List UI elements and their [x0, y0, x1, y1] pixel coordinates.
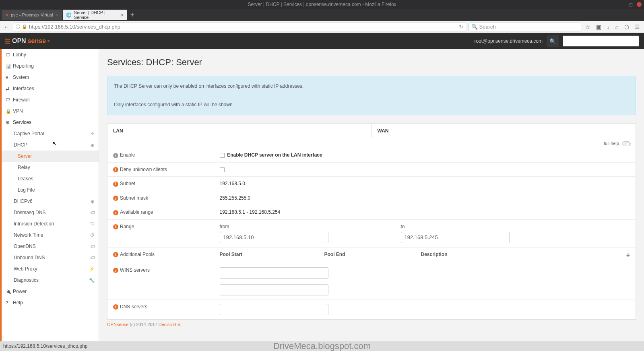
- tab-favicon-icon: 🌐: [66, 12, 72, 18]
- sidebar-item-unbound[interactable]: Unbound DNS🏷: [2, 252, 99, 263]
- enable-description: Enable DHCP server on the LAN interface: [227, 152, 322, 158]
- home-icon[interactable]: ⌂: [614, 24, 620, 30]
- sidebar-item-ids[interactable]: Intrusion Detection🛡: [2, 218, 99, 229]
- info-icon[interactable]: i: [113, 210, 118, 215]
- sidebar-item-vpn[interactable]: 🔒VPN: [2, 105, 99, 117]
- menu-icon[interactable]: ☰: [633, 24, 642, 30]
- sidebar-item-dhcp[interactable]: DHCP◉: [2, 139, 99, 151]
- app-header: ☰ OPNsense ® root@opnsense.drivemeca.com…: [0, 33, 644, 49]
- sidebar-item-diagnostics[interactable]: Diagnostics🔧: [2, 275, 99, 286]
- range-to-input[interactable]: [401, 232, 510, 243]
- info-icon[interactable]: i: [113, 252, 118, 257]
- bolt-icon: ⚡: [89, 266, 95, 272]
- subnet-value: 192.168.5.0: [220, 181, 245, 186]
- info-icon[interactable]: i: [113, 304, 118, 310]
- pool-description-header: Description: [421, 252, 626, 259]
- browser-search-input[interactable]: 🔍 Search: [469, 23, 581, 31]
- footer-vendor-link[interactable]: Deciso B.V.: [159, 322, 181, 327]
- chart-icon: 📊: [6, 64, 13, 69]
- row-label: DNS servers: [120, 304, 147, 310]
- sidebar-item-system[interactable]: ≡System: [2, 72, 99, 83]
- pocket-icon[interactable]: ⬡: [623, 24, 631, 30]
- sidebar-item-interfaces[interactable]: ⇄Interfaces: [2, 83, 99, 94]
- url-input[interactable]: ⓘ 🔒 https://192.168.5.10/services_dhcp.p…: [13, 23, 466, 31]
- sidebar-item-firewall[interactable]: 🛡Firewall: [2, 94, 99, 105]
- range-from-input[interactable]: [220, 232, 328, 243]
- browser-tab-opnsense[interactable]: 🌐 Server | DHCP | Service ×: [63, 10, 127, 20]
- alert-line: The DHCP Server can only be enabled on i…: [114, 82, 629, 91]
- close-icon[interactable]: [637, 2, 642, 7]
- trademark-icon: ®: [47, 39, 50, 43]
- row-label: Range: [120, 224, 134, 229]
- logo-mark-icon: ☰: [5, 37, 10, 45]
- sidebar-item-captive-portal[interactable]: Captive Portal✈: [2, 128, 99, 139]
- info-icon[interactable]: ⓘ: [16, 24, 20, 30]
- sidebar-item-lobby[interactable]: 🖵Lobby: [2, 49, 99, 60]
- pool-start-header: Pool Start: [220, 252, 324, 259]
- bookmark-icon[interactable]: ☆: [584, 24, 592, 30]
- info-icon[interactable]: i: [113, 167, 118, 172]
- tag-icon: 🏷: [90, 210, 95, 215]
- info-icon[interactable]: i: [113, 182, 118, 187]
- row-label: Subnet: [120, 181, 135, 186]
- browser-tab-proxmox[interactable]: ✕ pve - Proxmox Virtual ×: [2, 10, 62, 20]
- help-icon: ?: [6, 300, 13, 305]
- user-label[interactable]: root@opnsense.drivemeca.com: [474, 38, 543, 44]
- sidebar-item-dhcp-server[interactable]: Server: [0, 151, 99, 162]
- shield-icon: 🛡: [90, 221, 95, 226]
- enable-checkbox[interactable]: [220, 153, 225, 158]
- logo-text-sense: sense: [28, 37, 46, 45]
- deny-unknown-checkbox[interactable]: [220, 167, 225, 172]
- add-pool-button[interactable]: +: [626, 252, 630, 259]
- lobby-icon: 🖵: [6, 52, 13, 57]
- tab-label: Server | DHCP | Service: [74, 10, 118, 20]
- tab-close-icon[interactable]: ×: [121, 12, 124, 18]
- new-tab-button[interactable]: +: [128, 11, 137, 19]
- sidebar-item-dhcp-relay[interactable]: Relay: [2, 162, 99, 173]
- window-title: Server | DHCP | Services | opnsense.driv…: [248, 2, 396, 7]
- lock-warning-icon: 🔒: [22, 24, 27, 29]
- sidebar-item-reporting[interactable]: 📊Reporting: [2, 60, 99, 72]
- sidebar-item-dnsmasq[interactable]: Dnsmasq DNS🏷: [2, 207, 99, 218]
- sidebar-item-opendns[interactable]: OpenDNS🏷: [2, 241, 99, 252]
- sidebar-item-power[interactable]: 🔌Power: [2, 286, 99, 297]
- info-icon[interactable]: i: [113, 268, 118, 273]
- opnsense-logo[interactable]: ☰ OPNsense ®: [5, 37, 50, 45]
- sidebar-item-ntp[interactable]: Network Time⏱: [2, 229, 99, 241]
- window-controls: — ◻: [621, 2, 642, 7]
- footer-brand-link[interactable]: OPNsense: [107, 322, 128, 327]
- wins-server-2-input[interactable]: [220, 284, 328, 295]
- header-search-input[interactable]: [563, 35, 639, 47]
- full-help-toggle[interactable]: [622, 141, 631, 146]
- wins-server-1-input[interactable]: [220, 267, 328, 279]
- info-icon[interactable]: i: [113, 224, 118, 229]
- tab-lan[interactable]: LAN: [107, 124, 372, 138]
- minimize-icon[interactable]: —: [621, 2, 625, 7]
- clock-icon: ⏱: [90, 233, 95, 237]
- tab-close-icon[interactable]: ×: [56, 12, 59, 18]
- alert-line: Only interfaces configured with a static…: [114, 100, 629, 109]
- sidebar-item-dhcp-logfile[interactable]: Log File: [2, 184, 99, 196]
- range-to-label: to: [401, 224, 510, 229]
- library-icon[interactable]: ▣: [594, 24, 603, 30]
- header-search-button[interactable]: 🔍: [547, 35, 559, 47]
- dns-server-1-input[interactable]: [220, 304, 328, 315]
- reload-icon[interactable]: ↻: [459, 24, 463, 30]
- downloads-icon[interactable]: ↓: [605, 24, 611, 30]
- sidebar-item-help[interactable]: ?Help: [2, 297, 99, 308]
- sidebar-item-dhcpv6[interactable]: DHCPv6◉: [2, 196, 99, 207]
- tab-favicon-icon: ✕: [5, 12, 8, 18]
- tab-wan[interactable]: WAN: [372, 124, 636, 138]
- bullseye-icon: ◉: [91, 199, 95, 204]
- subnet-mask-value: 255.255.255.0: [220, 195, 251, 201]
- info-icon[interactable]: i: [113, 153, 118, 158]
- search-icon: 🔍: [471, 24, 478, 30]
- sidebar-item-dhcp-leases[interactable]: Leases: [2, 173, 99, 184]
- info-alert: The DHCP Server can only be enabled on i…: [107, 76, 636, 115]
- back-icon[interactable]: ←: [2, 24, 10, 30]
- maximize-icon[interactable]: ◻: [629, 2, 633, 7]
- info-icon[interactable]: i: [113, 196, 118, 201]
- sidebar-item-services[interactable]: ⚙Services: [2, 117, 99, 128]
- full-help-row: full help: [107, 138, 636, 148]
- sidebar-item-webproxy[interactable]: Web Proxy⚡: [2, 263, 99, 275]
